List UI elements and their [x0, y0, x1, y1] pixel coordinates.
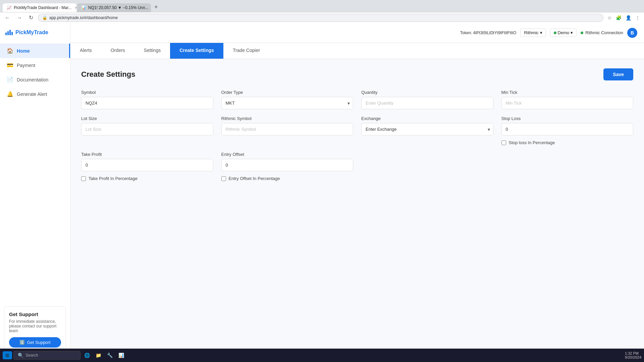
connection-dot-icon	[581, 32, 583, 34]
stop-loss-percentage-checkbox[interactable]	[501, 140, 506, 145]
support-box: Get Support For immediate assistance, pl…	[4, 306, 66, 353]
tab-settings-label: Settings	[144, 48, 161, 53]
sidebar-item-generate-alert[interactable]: 🔔 Generate Alert	[0, 87, 70, 101]
taskbar-icon-3[interactable]: 🔧	[105, 350, 115, 360]
mode-label: Demo	[558, 30, 570, 35]
sidebar-item-payment[interactable]: 💳 Payment	[0, 58, 70, 72]
taskbar-app-icons: 🌐 📁 🔧 📊	[82, 350, 126, 360]
user-avatar[interactable]: B	[627, 28, 637, 38]
sidebar-navigation: 🏠 Home 💳 Payment 📄 Documentation 🔔 Gener…	[0, 44, 70, 101]
sidebar-item-documentation-label: Documentation	[17, 77, 48, 82]
support-text: For immediate assistance, please contact…	[9, 319, 61, 333]
extensions-icon[interactable]: 🧩	[614, 14, 623, 21]
sidebar-top: PickMyTrade 🏠 Home 💳 Payment 📄 Documenta…	[0, 23, 70, 101]
page-title: Create Settings	[81, 70, 135, 79]
sidebar: PickMyTrade 🏠 Home 💳 Payment 📄 Documenta…	[0, 23, 70, 362]
support-btn-icon: ℹ️	[19, 340, 25, 345]
documentation-icon: 📄	[7, 76, 13, 83]
tab-orders-label: Orders	[111, 48, 125, 53]
token-info: Token: 4tPt3t5tLtDtYt9tFtItFtItO	[460, 31, 516, 35]
order-type-label: Order Type	[221, 90, 354, 95]
lot-size-group: Lot Size	[81, 116, 213, 145]
logo-text: PickMyTrade	[15, 29, 48, 36]
min-tick-input[interactable]	[501, 97, 634, 109]
tab-alerts[interactable]: Alerts	[70, 43, 101, 59]
stop-loss-input[interactable]	[501, 123, 634, 135]
logo-bar-3	[9, 30, 11, 35]
taskbar-search[interactable]: 🔍 Search	[13, 351, 80, 360]
main-content: Token: 4tPt3t5tLtDtYt9tFtItFtItO Rithmic…	[70, 23, 644, 362]
save-button[interactable]: Save	[603, 68, 633, 80]
exchange-group: Exchange Enter Exchange CME CBOT NYMEX ▾	[361, 116, 493, 145]
min-tick-group: Min Tick	[501, 90, 634, 109]
entry-offset-percentage-checkbox[interactable]	[221, 176, 226, 181]
order-type-select[interactable]: MKT LMT STP	[221, 97, 354, 109]
tab-orders[interactable]: Orders	[101, 43, 135, 59]
reload-button[interactable]: ↻	[27, 14, 35, 21]
connection-status: Rithmic Connection	[581, 30, 623, 35]
browser-actions: ☆ 🧩 👤 ⋮	[606, 14, 641, 21]
lot-size-input[interactable]	[81, 123, 213, 135]
take-profit-label: Take Profit	[81, 152, 213, 157]
tab-create-settings[interactable]: Create Settings	[170, 43, 223, 59]
exchange-select[interactable]: Enter Exchange CME CBOT NYMEX	[361, 123, 493, 135]
menu-icon[interactable]: ⋮	[634, 14, 641, 21]
empty-col-4	[501, 152, 634, 181]
address-bar[interactable]: 🔒 app.pickmytrade.io/#/dashboard/home	[38, 14, 603, 22]
tab1-favicon: 📈	[7, 5, 12, 10]
forward-button[interactable]: →	[15, 14, 24, 21]
take-profit-input[interactable]	[81, 159, 213, 171]
mode-dropdown[interactable]: Demo ▾	[550, 28, 577, 37]
main-tab-bar: Alerts Orders Settings Create Settings T…	[70, 43, 644, 59]
logo-bar-2	[7, 31, 9, 35]
profile-icon[interactable]: 👤	[624, 14, 633, 21]
take-profit-percentage-row: Take Profit In Percentage	[81, 176, 213, 181]
browser-address-bar-container: ← → ↻ 🔒 app.pickmytrade.io/#/dashboard/h…	[0, 12, 644, 23]
min-tick-label: Min Tick	[501, 90, 634, 95]
new-tab-button[interactable]: +	[152, 2, 161, 12]
stop-loss-percentage-label: Stop loss In Percentage	[509, 140, 555, 145]
tab-settings[interactable]: Settings	[135, 43, 170, 59]
start-button[interactable]: ⊞	[3, 351, 12, 359]
get-support-button[interactable]: ℹ️ Get Support	[9, 337, 61, 348]
stop-loss-group: Stop Loss Stop loss In Percentage	[501, 116, 634, 145]
generate-alert-icon: 🔔	[7, 91, 13, 97]
symbol-group: Symbol	[81, 90, 213, 109]
exchange-label: Exchange	[361, 116, 493, 121]
browser-tab-1[interactable]: 📈 PickMyTrade Dashboard - Mar... ✕	[3, 3, 76, 12]
symbol-input[interactable]	[81, 97, 213, 109]
address-text: app.pickmytrade.io/#/dashboard/home	[49, 15, 118, 20]
taskbar-icon-2[interactable]: 📁	[93, 350, 103, 360]
taskbar: ⊞ 🔍 Search 🌐 📁 🔧 📊 1:32 PM 9/20/2024	[0, 349, 644, 362]
form-row-3: Take Profit Take Profit In Percentage En…	[81, 152, 633, 181]
quantity-input[interactable]	[361, 97, 493, 109]
lock-icon: 🔒	[42, 15, 47, 20]
rithmic-symbol-label: Rithmic Symbol	[221, 116, 354, 121]
tab1-close[interactable]: ✕	[75, 6, 76, 10]
app: PickMyTrade 🏠 Home 💳 Payment 📄 Documenta…	[0, 23, 644, 362]
tab-trade-copier[interactable]: Trade Copier	[223, 43, 269, 59]
sidebar-item-home-label: Home	[17, 48, 30, 54]
support-btn-label: Get Support	[27, 340, 50, 345]
entry-offset-percentage-row: Entry Offset In Percentage	[221, 176, 354, 181]
sidebar-item-documentation[interactable]: 📄 Documentation	[0, 72, 70, 87]
taskbar-right: 1:32 PM 9/20/2024	[625, 351, 641, 359]
bookmark-icon[interactable]: ☆	[606, 14, 613, 21]
taskbar-icon-1[interactable]: 🌐	[82, 350, 92, 360]
taskbar-icon-4[interactable]: 📊	[116, 350, 126, 360]
page-header: Create Settings Save	[81, 68, 633, 80]
exchange-select-wrapper: Enter Exchange CME CBOT NYMEX ▾	[361, 123, 493, 135]
browser-tab-2[interactable]: 📊 NQ1! 20,057.50 ▼ −0.15% Unn... ✕	[77, 3, 151, 12]
browser-tab-bar: 📈 PickMyTrade Dashboard - Mar... ✕ 📊 NQ1…	[0, 0, 644, 12]
broker-dropdown[interactable]: Rithmic ▾	[520, 28, 546, 37]
take-profit-percentage-label: Take Profit In Percentage	[89, 176, 138, 181]
sidebar-item-home[interactable]: 🏠 Home	[0, 44, 70, 58]
back-button[interactable]: ←	[3, 14, 12, 21]
take-profit-group: Take Profit Take Profit In Percentage	[81, 152, 213, 181]
rithmic-symbol-input[interactable]	[221, 123, 354, 135]
take-profit-percentage-checkbox[interactable]	[81, 176, 86, 181]
sidebar-logo: PickMyTrade	[0, 23, 70, 44]
tab-trade-copier-label: Trade Copier	[233, 48, 260, 53]
tab-create-settings-label: Create Settings	[179, 48, 214, 53]
entry-offset-input[interactable]	[221, 159, 354, 171]
